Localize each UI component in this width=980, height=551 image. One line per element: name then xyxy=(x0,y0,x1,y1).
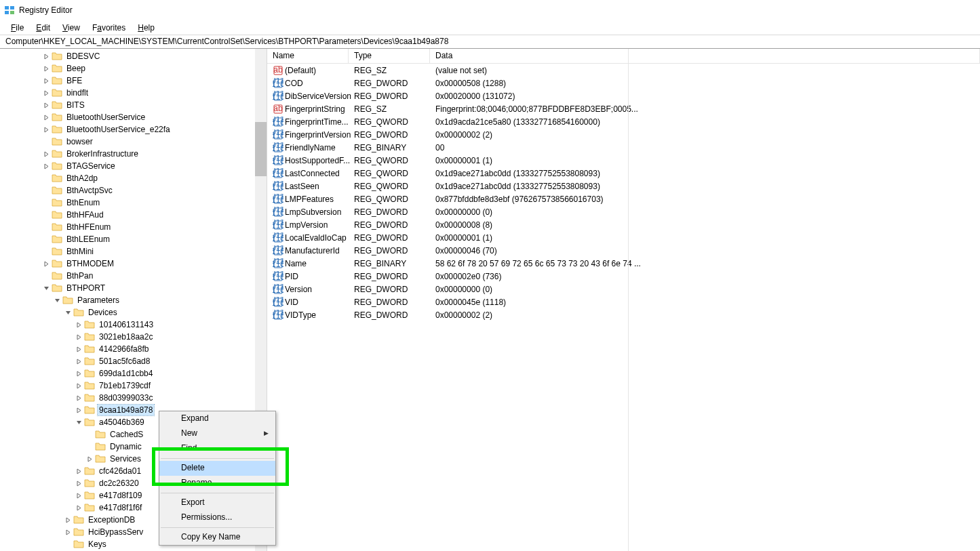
address-bar[interactable]: Computer\HKEY_LOCAL_MACHINE\SYSTEM\Curre… xyxy=(0,35,980,49)
tree-item[interactable]: 88d03999033c xyxy=(0,392,267,404)
value-row[interactable]: 011110LastConnectedREG_QWORD0x1d9ace271a… xyxy=(267,167,980,180)
tree-item[interactable]: 3021eb18aa2c xyxy=(0,331,267,343)
tree-expander[interactable] xyxy=(43,261,52,267)
context-menu-item[interactable]: New▶ xyxy=(159,426,275,441)
tree-item-label: 699da1d1cbb4 xyxy=(98,368,154,379)
context-menu-item[interactable]: Export xyxy=(159,495,275,510)
tree-expander[interactable] xyxy=(43,163,52,169)
tree-expander[interactable] xyxy=(76,334,84,340)
tree-item[interactable]: BthLEEnum xyxy=(0,233,267,245)
tree-expander[interactable] xyxy=(87,456,95,462)
tree-expander[interactable] xyxy=(76,346,84,352)
value-row[interactable]: 011110FingerprintVersionREG_DWORD0x00000… xyxy=(267,128,980,141)
value-name: Name xyxy=(285,259,354,268)
tree-item[interactable]: BTHPORT xyxy=(0,282,267,294)
tree-expander[interactable] xyxy=(65,517,73,523)
tree-item[interactable]: BDESVC xyxy=(0,50,267,62)
tree-item[interactable]: Devices xyxy=(0,306,267,319)
context-menu-item[interactable]: Permissions... xyxy=(159,510,275,525)
tree-expander[interactable] xyxy=(65,310,73,316)
tree-item[interactable]: 699da1d1cbb4 xyxy=(0,367,267,380)
value-row[interactable]: 011110DibServiceVersionREG_DWORD0x000200… xyxy=(267,89,980,102)
value-row[interactable]: 011110PIDREG_DWORD0x000002e0 (736) xyxy=(267,270,980,283)
tree-expander[interactable] xyxy=(76,493,84,499)
value-row[interactable]: 011110LmpSubversionREG_DWORD0x00000000 (… xyxy=(267,205,980,218)
tree-expander[interactable] xyxy=(65,529,73,535)
tree-expander[interactable] xyxy=(43,90,52,96)
menu-help[interactable]: Help xyxy=(132,22,160,34)
tree-expander[interactable] xyxy=(76,505,84,511)
tree-expander[interactable] xyxy=(76,371,84,377)
value-row[interactable]: 011110NameREG_BINARY58 62 6f 78 20 57 69… xyxy=(267,257,980,270)
tree-item[interactable]: BthPan xyxy=(0,270,267,282)
value-row[interactable]: 011110VIDREG_DWORD0x0000045e (1118) xyxy=(267,295,980,308)
tree-item[interactable]: BthA2dp xyxy=(0,172,267,184)
tree-expander[interactable] xyxy=(43,115,52,121)
menu-view[interactable]: View xyxy=(57,22,85,34)
tree-item[interactable]: BthHFAud xyxy=(0,209,267,221)
value-row[interactable]: 011110FingerprintTime...REG_QWORD0x1d9ac… xyxy=(267,115,980,128)
values-column-divider[interactable] xyxy=(628,49,629,551)
tree-item[interactable]: BthHFEnum xyxy=(0,221,267,233)
value-row[interactable]: 011110ManufacturerIdREG_DWORD0x00000046 … xyxy=(267,244,980,257)
tree-expander[interactable] xyxy=(54,298,62,304)
tree-expander[interactable] xyxy=(76,420,84,426)
tree-item[interactable]: BITS xyxy=(0,99,267,111)
value-row[interactable]: 011110LmpVersionREG_DWORD0x00000008 (8) xyxy=(267,218,980,231)
menu-edit[interactable]: Edit xyxy=(31,22,56,34)
tree-item[interactable]: BFE xyxy=(0,75,267,87)
tree-item[interactable]: BTHMODEM xyxy=(0,258,267,270)
values-list[interactable]: ab(Default)REG_SZ(value not set)011110CO… xyxy=(267,64,980,321)
tree-item[interactable]: Beep xyxy=(0,62,267,75)
tree-expander[interactable] xyxy=(76,395,84,401)
tree-expander[interactable] xyxy=(76,468,84,474)
tree-item[interactable]: 101406131143 xyxy=(0,319,267,331)
value-row[interactable]: 011110HostSupportedF...REG_QWORD0x000000… xyxy=(267,154,980,167)
context-menu-item[interactable]: Rename xyxy=(159,476,275,491)
tree-item[interactable]: bindflt xyxy=(0,87,267,99)
tree-expander[interactable] xyxy=(43,127,52,133)
context-menu-item[interactable]: Delete xyxy=(159,461,275,476)
tree-expander[interactable] xyxy=(43,54,52,60)
tree-item[interactable]: BthEnum xyxy=(0,197,267,209)
menu-file[interactable]: File xyxy=(5,22,29,34)
value-row[interactable]: 011110LocalEvaldIoCapREG_DWORD0x00000001… xyxy=(267,231,980,244)
tree-expander[interactable] xyxy=(76,383,84,389)
value-row[interactable]: 011110FriendlyNameREG_BINARY00 xyxy=(267,141,980,154)
tree-expander[interactable] xyxy=(76,407,84,413)
tree-expander[interactable] xyxy=(43,102,52,108)
col-header-name[interactable]: Name xyxy=(267,49,349,63)
tree-item[interactable]: BTAGService xyxy=(0,160,267,172)
tree-expander[interactable] xyxy=(76,359,84,365)
tree-item[interactable]: BthMini xyxy=(0,245,267,258)
col-header-type[interactable]: Type xyxy=(349,49,430,63)
tree-item[interactable]: BrokerInfrastructure xyxy=(0,148,267,160)
value-row[interactable]: 011110VIDTypeREG_DWORD0x00000002 (2) xyxy=(267,308,980,321)
tree-expander[interactable] xyxy=(76,481,84,487)
tree-item[interactable]: 501ac5fc6ad8 xyxy=(0,355,267,367)
value-row[interactable]: abFingerprintStringREG_SZFingerprint:08;… xyxy=(267,102,980,115)
tree-expander[interactable] xyxy=(76,322,84,328)
tree-expander[interactable] xyxy=(43,66,52,72)
tree-item[interactable]: bowser xyxy=(0,136,267,148)
menu-favorites[interactable]: Favorites xyxy=(87,22,131,34)
context-menu-item[interactable]: Expand xyxy=(159,411,275,426)
tree-expander[interactable] xyxy=(43,151,52,157)
tree-item[interactable]: BthAvctpSvc xyxy=(0,184,267,197)
value-row[interactable]: 011110VersionREG_DWORD0x00000000 (0) xyxy=(267,283,980,295)
tree-scroll-thumb[interactable] xyxy=(255,122,267,176)
tree-item[interactable]: 4142966fa8fb xyxy=(0,343,267,355)
tree-item[interactable]: BluetoothUserService_e22fa xyxy=(0,123,267,136)
tree-item[interactable]: 7b1eb1739cdf xyxy=(0,380,267,392)
tree-expander[interactable] xyxy=(43,78,52,84)
value-row[interactable]: 011110LMPFeaturesREG_QWORD0x877bfddbfe8d… xyxy=(267,192,980,205)
tree-item[interactable]: Parameters xyxy=(0,294,267,306)
value-row[interactable]: ab(Default)REG_SZ(value not set) xyxy=(267,64,980,77)
tree-expander[interactable] xyxy=(43,285,52,291)
context-menu-item[interactable]: Find... xyxy=(159,441,275,456)
tree-item[interactable]: BluetoothUserService xyxy=(0,111,267,123)
context-menu-item[interactable]: Copy Key Name xyxy=(159,530,275,545)
value-row[interactable]: 011110LastSeenREG_QWORD0x1d9ace271abc0dd… xyxy=(267,180,980,192)
value-row[interactable]: 011110CODREG_DWORD0x00000508 (1288) xyxy=(267,77,980,89)
col-header-data[interactable]: Data xyxy=(430,49,980,63)
